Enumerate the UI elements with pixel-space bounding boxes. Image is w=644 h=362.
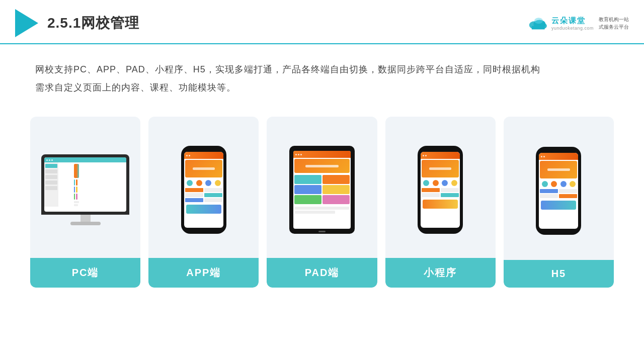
phone-mockup-miniapp xyxy=(418,146,463,234)
miniapp-nav-dot-2 xyxy=(425,155,427,156)
phone-notch-app xyxy=(197,148,211,151)
card-pad-label: PAD端 xyxy=(267,258,377,288)
tablet-button xyxy=(318,231,326,232)
miniapp-screen-content xyxy=(421,152,460,228)
pad-block-5 xyxy=(294,195,321,204)
miniapp-row-1 xyxy=(421,188,460,193)
pc-grid-6 xyxy=(76,194,77,200)
miniapp-header-bar xyxy=(421,152,460,159)
nav-dot-1 xyxy=(186,155,188,156)
phone-notch-miniapp xyxy=(433,148,447,151)
pc-sidebar xyxy=(44,162,58,207)
h5-rb-4 xyxy=(559,194,577,198)
miniapp-icon-row xyxy=(421,178,460,188)
app-bottom-bar xyxy=(186,205,221,214)
h5-banner xyxy=(540,161,577,178)
pad-grid xyxy=(293,174,351,205)
card-h5-label: H5 xyxy=(504,260,614,288)
card-miniapp: 小程序 xyxy=(385,117,496,288)
pc-grid-3 xyxy=(74,187,75,193)
h5-row-1 xyxy=(539,189,578,194)
pad-header-bar xyxy=(293,151,351,158)
pc-main xyxy=(72,162,80,207)
card-pad-image xyxy=(267,117,377,258)
brand-slogan: 教育机构一站 式服务云平台 xyxy=(599,16,629,31)
miniapp-rb-3 xyxy=(422,193,440,197)
pad-nav-dot-1 xyxy=(295,154,297,155)
miniapp-icon-3 xyxy=(442,180,448,186)
banner-text xyxy=(193,167,215,170)
h5-screen-content xyxy=(539,153,578,229)
header: 2.5.1网校管理 云朵课堂 yunduoketang.com 教育机构一站 式… xyxy=(0,0,644,44)
h5-rb-2 xyxy=(559,189,577,193)
pad-nav-dot-2 xyxy=(298,154,299,155)
card-pad: PAD端 xyxy=(267,117,377,288)
h5-icon-2 xyxy=(551,181,557,187)
h5-row-2 xyxy=(539,194,578,199)
monitor-outer xyxy=(41,154,129,215)
pc-dot-2 xyxy=(49,159,50,161)
brand-name-text: 云朵课堂 xyxy=(551,16,586,26)
app-row-block-2 xyxy=(204,188,222,192)
pad-block-2 xyxy=(323,175,350,184)
logo-triangle-icon xyxy=(15,9,38,37)
description-line2: 需求自定义页面上的内容、课程、功能模块等。 xyxy=(35,78,609,97)
sidebar-item-4 xyxy=(45,180,57,185)
miniapp-icon-1 xyxy=(423,180,429,186)
h5-banner-text xyxy=(547,168,570,171)
h5-bottom-bar xyxy=(541,201,576,210)
svg-rect-3 xyxy=(532,26,545,30)
phone-screen-app xyxy=(184,152,223,228)
pad-row-2 xyxy=(295,211,335,214)
h5-icon-3 xyxy=(560,181,567,187)
pad-block-3 xyxy=(294,185,321,194)
app-row-block-6 xyxy=(204,198,222,202)
pc-row-1 xyxy=(74,201,79,203)
phone-mockup-app xyxy=(181,146,226,234)
tablet-mockup xyxy=(289,146,355,234)
card-app-image xyxy=(148,117,259,258)
app-row-block-4 xyxy=(204,193,222,197)
sidebar-item-5 xyxy=(45,186,57,190)
pc-topbar xyxy=(44,157,126,162)
miniapp-banner-text xyxy=(429,167,451,170)
card-app-label: APP端 xyxy=(148,258,259,288)
miniapp-icon-2 xyxy=(433,180,439,186)
miniapp-banner xyxy=(422,160,459,177)
sidebar-item-2 xyxy=(45,169,57,173)
phone-mockup-h5 xyxy=(536,147,581,235)
app-icon-row xyxy=(184,178,223,188)
miniapp-icon-4 xyxy=(451,180,457,186)
phone-screen-content-app xyxy=(184,152,223,228)
brand-url-text: yunduoketang.com xyxy=(551,26,594,31)
pad-row-1 xyxy=(295,207,349,210)
sidebar-item-1 xyxy=(45,164,57,168)
monitor-base xyxy=(70,222,101,225)
description-text: 网校支持PC、APP、PAD、小程序、H5，实现多端打通，产品各终端自由切换，数… xyxy=(0,44,644,102)
pc-grid-4 xyxy=(76,187,77,193)
sidebar-item-3 xyxy=(45,175,57,179)
pad-block-6 xyxy=(323,195,350,204)
cloud-logo-icon xyxy=(526,16,548,31)
nav-dot-2 xyxy=(189,155,190,156)
monitor-screen xyxy=(44,157,126,212)
phone-notch-h5 xyxy=(551,149,566,152)
pc-grid xyxy=(74,179,79,200)
tablet-screen-content xyxy=(293,151,351,229)
app-row-block-5 xyxy=(185,198,203,202)
description-line1: 网校支持PC、APP、PAD、小程序、H5，实现多端打通，产品各终端自由切换，数… xyxy=(35,60,609,78)
miniapp-rb-1 xyxy=(422,188,440,192)
phone-screen-miniapp xyxy=(421,152,460,228)
app-header-bar xyxy=(184,152,223,159)
cards-container: PC端 xyxy=(0,107,644,298)
app-icon-1 xyxy=(187,180,193,186)
app-icon-3 xyxy=(205,180,211,186)
h5-icon-4 xyxy=(570,181,576,187)
h5-rb-1 xyxy=(540,189,558,193)
svg-point-4 xyxy=(534,18,543,24)
pc-row-2 xyxy=(74,204,78,206)
card-pc: PC端 xyxy=(30,117,140,288)
pc-dot-1 xyxy=(46,159,48,161)
pad-block-1 xyxy=(294,175,321,184)
miniapp-nav-dot-1 xyxy=(423,155,424,156)
